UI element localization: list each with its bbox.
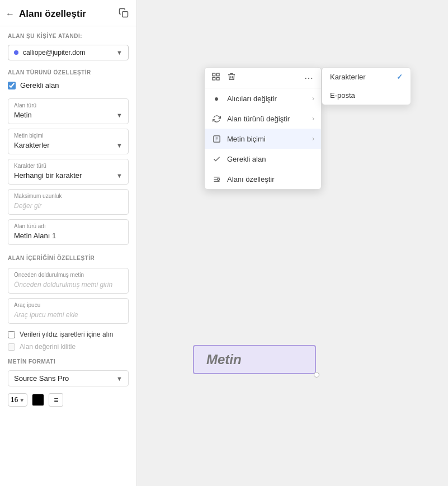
trash-icon[interactable] (227, 72, 236, 83)
tooltip-label: Araç ipucu (14, 302, 122, 308)
left-panel: ← Alanı özelleştir ALAN ŞU KİŞİYE ATANDI… (0, 0, 137, 486)
text-format-group: Metin biçimi Karakterler ▼ (8, 129, 129, 154)
char-type-chevron: ▼ (116, 172, 122, 179)
right-panel: ⋯ ● Alıcıları değiştir › Alan türünü değ… (137, 0, 448, 486)
field-type-name-label: Alan türü adı (14, 223, 122, 229)
panel-title: Alanı özelleştir (19, 8, 86, 20)
text-format-value: Karakterler (14, 141, 50, 149)
field-preview-text: Metin (206, 352, 242, 367)
char-type-value: Herhangi bir karakter (14, 171, 82, 180)
context-menu: ⋯ ● Alıcıları değiştir › Alan türünü değ… (204, 67, 322, 190)
assignee-dot (14, 50, 18, 55)
recipients-icon: ● (211, 93, 221, 103)
required-checkbox-row: Gerekli alan (0, 78, 136, 94)
svg-point-12 (217, 178, 219, 180)
assignee-section-label: ALAN ŞU KİŞİYE ATANDI: (0, 26, 136, 41)
assignee-dropdown[interactable]: calliope@jupiter.dom ▼ (8, 45, 129, 60)
font-size-value: 16 (11, 396, 18, 404)
required-checkbox[interactable] (8, 82, 16, 89)
menu-item-recipients[interactable]: ● Alıcıları değiştir › (205, 88, 321, 108)
max-length-label: Maksimum uzunluk (14, 193, 122, 199)
mask-label: Verileri yıldız işaretleri içine alın (20, 331, 113, 338)
text-format-menu-label: Metin biçimi (227, 135, 306, 143)
svg-rect-2 (216, 73, 219, 76)
submenu: Karakterler ✓ E-posta (322, 67, 411, 105)
prefill-label: Önceden doldurulmuş metin (14, 272, 122, 278)
char-type-group: Karakter türü Herhangi bir karakter ▼ (8, 159, 129, 185)
grid-icon[interactable] (211, 72, 220, 83)
more-icon[interactable]: ⋯ (304, 73, 314, 83)
email-label: E-posta (330, 91, 355, 100)
text-format-chevron: ▼ (116, 142, 122, 149)
menu-item-required[interactable]: Gerekli alan (205, 149, 321, 169)
font-select[interactable]: Source Sans Pro ▼ (8, 370, 129, 386)
characters-label: Karakterler (330, 73, 366, 81)
format-section-label: METİN FORMATI (0, 353, 136, 367)
tooltip-input[interactable] (14, 311, 122, 319)
svg-rect-0 (122, 12, 128, 17)
panel-header: ← Alanı özelleştir (0, 0, 136, 26)
lock-checkbox-row: Alan değerini kilitle (0, 341, 136, 353)
resize-handle[interactable] (314, 372, 319, 378)
font-size-chevron: ▼ (19, 397, 25, 403)
align-icon: ≡ (54, 395, 58, 404)
text-format-menu-icon (211, 134, 221, 144)
prefill-input[interactable] (14, 281, 122, 289)
required-menu-icon (211, 154, 221, 164)
change-type-label: Alan türünü değiştir (227, 115, 306, 123)
lock-label: Alan değerini kilitle (20, 343, 76, 351)
submenu-item-characters[interactable]: Karakterler ✓ (322, 68, 411, 86)
prefill-group: Önceden doldurulmuş metin (8, 268, 129, 294)
field-preview-wrapper: * Metin (193, 345, 316, 374)
menu-item-text-format[interactable]: Metin biçimi › (205, 129, 321, 149)
font-chevron: ▼ (116, 375, 122, 382)
font-controls-row: 16 ▼ ≡ (0, 390, 136, 410)
field-type-name-group: Alan türü adı Metin Alanı 1 (8, 219, 129, 245)
lock-checkbox[interactable] (8, 343, 15, 351)
align-button[interactable]: ≡ (49, 393, 63, 407)
text-format-label: Metin biçimi (14, 133, 122, 139)
svg-rect-3 (213, 77, 215, 80)
font-name: Source Sans Pro (14, 374, 69, 383)
mask-checkbox-row: Verileri yıldız işaretleri içine alın (0, 328, 136, 341)
assignee-email: calliope@jupiter.dom (23, 49, 112, 56)
customize-icon (211, 174, 221, 184)
field-type-value: Metin (14, 111, 32, 119)
char-type-value-row[interactable]: Herhangi bir karakter ▼ (14, 171, 122, 180)
field-type-value-row[interactable]: Metin ▼ (14, 111, 122, 119)
required-menu-label: Gerekli alan (227, 155, 314, 163)
svg-rect-1 (213, 73, 215, 76)
field-type-name-value: Metin Alanı 1 (14, 232, 122, 240)
field-type-label: Alan türü (14, 102, 122, 108)
svg-rect-4 (216, 77, 219, 80)
change-type-icon (211, 114, 221, 124)
field-type-section-label: ALAN TÜRÜNÜ ÖZELLEŞTİR (0, 65, 136, 78)
context-menu-toolbar: ⋯ (205, 68, 321, 88)
menu-item-change-type[interactable]: Alan türünü değiştir › (205, 108, 321, 129)
customize-menu-label: Alanı özelleştir (227, 175, 314, 183)
field-preview-input[interactable]: Metin (193, 345, 316, 374)
text-format-arrow: › (312, 135, 314, 143)
color-picker[interactable] (32, 394, 44, 406)
recipients-label: Alıcıları değiştir (227, 95, 306, 103)
required-label: Gerekli alan (20, 81, 59, 89)
copy-button[interactable] (119, 8, 129, 20)
max-length-input[interactable] (14, 202, 122, 210)
tooltip-group: Araç ipucu (8, 298, 129, 324)
menu-item-customize[interactable]: Alanı özelleştir (205, 169, 321, 189)
assignee-chevron: ▼ (116, 49, 122, 56)
field-type-chevron: ▼ (116, 112, 122, 119)
max-length-group: Maksimum uzunluk (8, 189, 129, 215)
font-size-select[interactable]: 16 ▼ (8, 393, 27, 407)
back-button[interactable]: ← (6, 9, 15, 19)
char-type-label: Karakter türü (14, 163, 122, 169)
field-preview: * Metin (193, 345, 316, 374)
change-type-arrow: › (312, 115, 314, 122)
submenu-item-email[interactable]: E-posta (322, 86, 411, 105)
mask-checkbox[interactable] (8, 331, 15, 338)
content-section-label: ALAN İÇERİĞİNİ ÖZELLEŞTİR (0, 249, 136, 263)
check-icon: ✓ (397, 73, 403, 81)
field-type-group: Alan türü Metin ▼ (8, 98, 129, 124)
text-format-value-row[interactable]: Karakterler ▼ (14, 141, 122, 149)
recipients-arrow: › (312, 95, 314, 102)
